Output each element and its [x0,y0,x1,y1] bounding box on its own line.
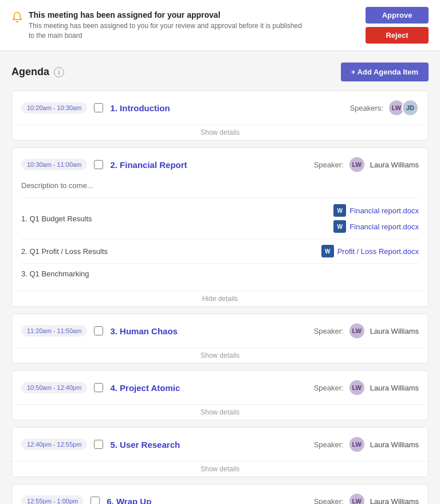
hide-details-2[interactable]: Hide details [12,291,428,306]
agenda-checkbox-6[interactable] [91,497,100,504]
notification-banner: This meeting has been assigned for your … [0,0,440,51]
agenda-title-wrap: Agenda i [11,66,64,78]
sub-item-2-3: 3. Q1 Benchmarking [21,263,419,284]
agenda-item-5-header: 12:40pm - 12:55pm 5. User Research Speak… [12,428,428,461]
agenda-checkbox-2[interactable] [94,160,103,169]
agenda-item-5: 12:40pm - 12:55pm 5. User Research Speak… [11,427,429,477]
speaker-section-2: Speaker: LW Laura Williams [314,156,419,173]
show-details-1[interactable]: Show details [12,124,428,140]
time-badge-2: 10:30am - 11:00am [21,159,87,170]
sub-item-2-2: 2. Q1 Profit / Loss Results W Profit / L… [21,239,419,263]
avatar-1b: JD [402,99,419,116]
speaker-label-4: Speaker: [314,384,344,392]
notification-left: This meeting has been assigned for your … [11,10,304,41]
speaker-section-4: Speaker: LW Laura Williams [314,379,419,396]
word-icon-2-2a: W [321,245,334,257]
bell-icon [11,11,23,25]
speaker-section-5: Speaker: LW Laura Williams [314,436,419,453]
agenda-item-6: 12:55pm - 1:00pm 6. Wrap Up Speaker: LW … [11,484,429,504]
speaker-avatars-1: LW JD [388,99,419,116]
file-link-2-1b[interactable]: W Financial report.docx [333,220,419,233]
sub-item-2-3-label: 3. Q1 Benchmarking [21,269,89,278]
notification-text: This meeting has been assigned for your … [29,10,304,41]
agenda-title: Agenda [11,66,49,78]
show-details-5[interactable]: Show details [12,461,428,476]
speaker-label-5: Speaker: [314,440,344,449]
notification-description: This meeting has been assigned to you fo… [29,21,304,41]
time-badge-3: 11:20am - 11:50am [21,325,87,337]
speakers-label-1: Speakers: [349,104,383,112]
agenda-item-3: 11:20am - 11:50am 3. Human Chaos Speaker… [11,314,429,364]
speaker-section-3: Speaker: LW Laura Williams [314,322,419,339]
file-name-2-1a: Financial report.docx [349,206,419,215]
sub-item-2-1-label: 1. Q1 Budget Results [21,214,92,223]
main-content: Agenda i + Add Agenda Item 10:20am - 10:… [0,51,440,504]
word-icon-2-1b: W [333,220,346,233]
time-badge-1: 10:20am - 10:30am [21,102,87,114]
reject-button[interactable]: Reject [366,27,429,44]
speaker-label-3: Speaker: [314,327,344,335]
time-badge-6: 12:55pm - 1:00pm [21,495,84,504]
agenda-item-5-title: 5. User Research [110,440,307,450]
file-link-2-2a[interactable]: W Profit / Loss Report.docx [321,245,419,257]
time-badge-4: 10:50am - 12:40pm [21,382,87,393]
agenda-checkbox-4[interactable] [94,383,103,392]
agenda-item-1-header: 10:20am - 10:30am 1. Introduction Speake… [12,91,428,124]
description-2: Description to come... [21,181,419,190]
file-name-2-2a: Profit / Loss Report.docx [337,247,419,256]
notification-actions: Approve Reject [366,7,429,44]
show-details-3[interactable]: Show details [12,347,428,363]
file-link-2-1a[interactable]: W Financial report.docx [333,204,419,217]
info-icon[interactable]: i [54,67,64,77]
agenda-item-2-expanded: Description to come... 1. Q1 Budget Resu… [12,181,428,291]
agenda-item-2: 10:30am - 11:00am 2. Financial Report Sp… [11,147,429,307]
agenda-item-3-header: 11:20am - 11:50am 3. Human Chaos Speaker… [12,314,428,347]
avatar-2: LW [348,156,366,173]
approve-button[interactable]: Approve [366,7,429,24]
sub-item-2-2-files: W Profit / Loss Report.docx [321,245,419,257]
show-details-4[interactable]: Show details [12,404,428,420]
agenda-item-3-title: 3. Human Chaos [110,326,307,336]
agenda-item-4: 10:50am - 12:40pm 4. Project Atomic Spea… [11,370,429,420]
agenda-item-2-title: 2. Financial Report [110,160,307,170]
word-icon-2-1a: W [333,204,346,217]
notification-title: This meeting has been assigned for your … [29,10,304,19]
agenda-header: Agenda i + Add Agenda Item [11,62,429,81]
agenda-item-6-header: 12:55pm - 1:00pm 6. Wrap Up Speaker: LW … [12,485,428,504]
agenda-item-4-title: 4. Project Atomic [110,383,307,393]
agenda-checkbox-5[interactable] [94,440,103,449]
speaker-name-3: Laura Williams [370,327,419,335]
time-badge-5: 12:40pm - 12:55pm [21,439,87,450]
sub-item-2-2-label: 2. Q1 Profit / Loss Results [21,247,108,256]
avatar-3: LW [348,322,366,339]
speaker-section-6: Speaker: LW Laura Williams [314,493,419,504]
agenda-item-1-title: 1. Introduction [110,103,343,113]
agenda-item-2-header: 10:30am - 11:00am 2. Financial Report Sp… [12,148,428,181]
file-name-2-1b: Financial report.docx [349,222,419,231]
sub-item-2-1-files: W Financial report.docx W Financial repo… [333,204,419,233]
speaker-label-2: Speaker: [314,161,344,169]
avatar-5: LW [348,436,366,453]
sub-item-2-1: 1. Q1 Budget Results W Financial report.… [21,198,419,239]
avatar-4: LW [348,379,366,396]
agenda-checkbox-3[interactable] [94,326,103,335]
avatar-6: LW [348,493,366,504]
speaker-name-4: Laura Williams [370,384,419,392]
agenda-item-6-title: 6. Wrap Up [107,497,307,505]
agenda-item-1: 10:20am - 10:30am 1. Introduction Speake… [11,91,429,140]
speaker-name-2: Laura Williams [370,161,419,169]
speaker-section-1: Speakers: LW JD [349,99,419,116]
add-agenda-button[interactable]: + Add Agenda Item [341,62,429,81]
speaker-name-6: Laura Williams [370,497,419,505]
agenda-item-4-header: 10:50am - 12:40pm 4. Project Atomic Spea… [12,371,428,404]
speaker-label-6: Speaker: [314,497,344,505]
speaker-name-5: Laura Williams [370,440,419,449]
agenda-checkbox-1[interactable] [94,103,103,112]
